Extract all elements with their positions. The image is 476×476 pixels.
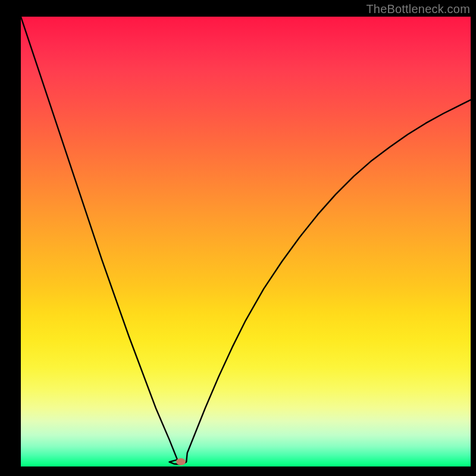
bottleneck-curve [21,17,471,466]
chart-frame: TheBottleneck.com [0,0,476,476]
curve-path [21,17,471,464]
watermark-text: TheBottleneck.com [366,2,470,16]
minimum-marker [176,458,186,465]
plot-area [21,17,471,466]
